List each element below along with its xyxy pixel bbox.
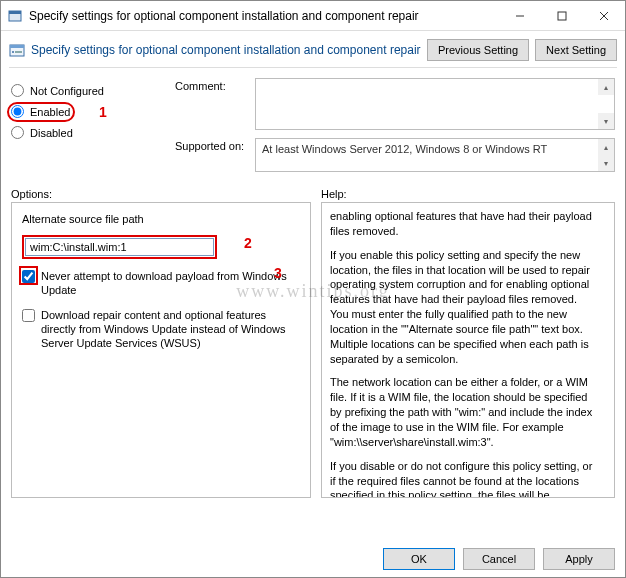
download-repair-row[interactable]: Download repair content and optional fea… (22, 308, 300, 351)
alt-path-label: Alternate source file path (22, 213, 300, 225)
svg-rect-3 (558, 12, 566, 20)
never-download-label: Never attempt to download payload from W… (41, 269, 300, 298)
svg-rect-7 (10, 45, 24, 48)
alt-path-input[interactable] (25, 238, 214, 256)
help-header: Help: (311, 188, 615, 200)
scroll-up-icon[interactable]: ▴ (598, 79, 614, 95)
policy-title: Specify settings for optional component … (31, 43, 421, 57)
config-section: Not Configured Enabled 1 Disabled Commen… (1, 74, 625, 182)
svg-rect-9 (15, 51, 22, 53)
supported-textarea: At least Windows Server 2012, Windows 8 … (255, 138, 615, 172)
window-title: Specify settings for optional component … (29, 9, 499, 23)
scroll-down-icon[interactable]: ▾ (598, 113, 614, 129)
annotation-marker-2: 2 (244, 235, 252, 251)
fields: Comment: ▴ ▾ Supported on: At least Wind… (171, 78, 615, 180)
scroll-down-icon[interactable]: ▾ (598, 155, 614, 171)
help-text: If you disable or do not configure this … (330, 459, 594, 498)
help-text: enabling optional features that have had… (330, 209, 594, 239)
scroll-up-icon[interactable]: ▴ (598, 139, 614, 155)
app-icon (7, 8, 23, 24)
annotation-marker-1: 1 (99, 104, 107, 120)
header-row: Specify settings for optional component … (1, 31, 625, 67)
svg-rect-1 (9, 11, 21, 14)
supported-text: At least Windows Server 2012, Windows 8 … (262, 143, 547, 155)
columns: Alternate source file path 2 Never attem… (1, 202, 625, 498)
radio-enabled-input[interactable] (11, 105, 24, 118)
supported-row: Supported on: At least Windows Server 20… (175, 138, 615, 172)
never-download-row[interactable]: Never attempt to download payload from W… (22, 269, 300, 298)
apply-button[interactable]: Apply (543, 548, 615, 570)
divider (9, 67, 617, 68)
footer: OK Cancel Apply (1, 539, 625, 577)
comment-row: Comment: ▴ ▾ (175, 78, 615, 130)
previous-setting-button[interactable]: Previous Setting (427, 39, 529, 61)
radio-disabled[interactable]: Disabled (11, 126, 171, 139)
help-text: The network location can be either a fol… (330, 375, 594, 449)
radio-not-configured-input[interactable] (11, 84, 24, 97)
ok-button[interactable]: OK (383, 548, 455, 570)
radio-disabled-label: Disabled (30, 127, 73, 139)
comment-textarea[interactable]: ▴ ▾ (255, 78, 615, 130)
download-repair-checkbox[interactable] (22, 309, 35, 322)
window-controls (499, 1, 625, 31)
options-pane: Alternate source file path 2 Never attem… (11, 202, 311, 498)
options-header: Options: (11, 188, 311, 200)
columns-header: Options: Help: (1, 182, 625, 202)
policy-icon (9, 42, 25, 58)
radio-not-configured[interactable]: Not Configured (11, 84, 171, 97)
cancel-button[interactable]: Cancel (463, 548, 535, 570)
titlebar: Specify settings for optional component … (1, 1, 625, 31)
svg-point-8 (12, 51, 14, 53)
close-button[interactable] (583, 1, 625, 31)
download-repair-label: Download repair content and optional fea… (41, 308, 300, 351)
supported-label: Supported on: (175, 138, 255, 152)
radio-not-configured-label: Not Configured (30, 85, 104, 97)
state-radios: Not Configured Enabled 1 Disabled (11, 78, 171, 180)
radio-enabled-label: Enabled (30, 106, 70, 118)
radio-enabled[interactable]: Enabled 1 (11, 105, 171, 118)
annotation-box-2 (22, 235, 217, 259)
radio-disabled-input[interactable] (11, 126, 24, 139)
minimize-button[interactable] (499, 1, 541, 31)
help-text: If you enable this policy setting and sp… (330, 248, 594, 367)
maximize-button[interactable] (541, 1, 583, 31)
help-pane[interactable]: enabling optional features that have had… (321, 202, 615, 498)
comment-label: Comment: (175, 78, 255, 92)
next-setting-button[interactable]: Next Setting (535, 39, 617, 61)
never-download-checkbox[interactable] (22, 270, 35, 283)
